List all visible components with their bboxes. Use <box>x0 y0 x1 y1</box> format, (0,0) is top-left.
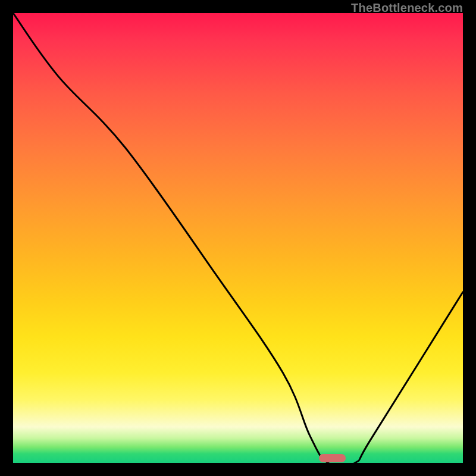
watermark-text: TheBottleneck.com <box>351 1 463 15</box>
optimal-marker <box>319 454 346 462</box>
bottleneck-curve <box>13 13 463 463</box>
plot-area <box>13 13 463 463</box>
chart-frame <box>13 13 463 463</box>
